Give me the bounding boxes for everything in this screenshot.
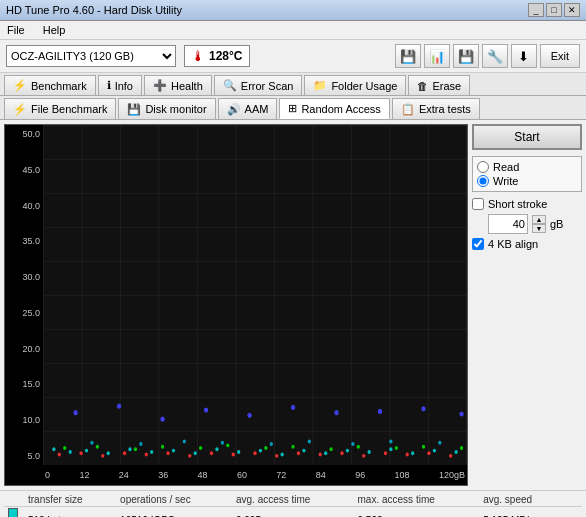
aam-icon: 🔊 — [227, 103, 241, 116]
svg-point-67 — [221, 441, 224, 445]
align-input[interactable] — [472, 238, 484, 250]
close-button[interactable]: ✕ — [564, 3, 580, 17]
read-label: Read — [493, 161, 519, 173]
exit-button[interactable]: Exit — [540, 44, 580, 68]
start-button[interactable]: Start — [472, 124, 582, 150]
drive-select[interactable]: OCZ-AGILITY3 (120 GB) — [6, 45, 176, 67]
toolbar-icon-group: 💾 📊 💾 🔧 ⬇ Exit — [395, 44, 580, 68]
svg-point-38 — [406, 453, 409, 457]
col-avg-access: avg. access time — [232, 493, 354, 507]
tab-extra-tests[interactable]: 📋 Extra tests — [392, 98, 480, 119]
tab-file-benchmark[interactable]: ⚡ File Benchmark — [4, 98, 116, 119]
svg-point-53 — [460, 446, 463, 450]
svg-point-50 — [357, 445, 360, 449]
svg-point-29 — [210, 451, 213, 455]
y-label-6: 20.0 — [5, 344, 43, 354]
erase-icon: 🗑 — [417, 80, 428, 92]
svg-point-35 — [340, 451, 343, 455]
svg-point-5 — [107, 451, 110, 455]
benchmark-icon: ⚡ — [13, 79, 27, 92]
svg-point-8 — [172, 449, 175, 453]
svg-point-57 — [204, 407, 208, 412]
svg-point-6 — [128, 447, 131, 451]
read-radio[interactable] — [477, 161, 489, 173]
chart-container: ms 50.0 45.0 40.0 35.0 30.0 25.0 20.0 15… — [4, 124, 468, 486]
file-benchmark-icon: ⚡ — [13, 103, 27, 116]
error-scan-icon: 🔍 — [223, 79, 237, 92]
tab-disk-monitor[interactable]: 💾 Disk monitor — [118, 98, 215, 119]
y-label-7: 15.0 — [5, 379, 43, 389]
x-label-8: 96 — [355, 470, 365, 480]
menu-file[interactable]: File — [4, 23, 28, 37]
radio-write[interactable]: Write — [477, 175, 577, 187]
x-label-7: 84 — [316, 470, 326, 480]
radio-read[interactable]: Read — [477, 161, 577, 173]
tab-info[interactable]: ℹ Info — [98, 75, 142, 95]
svg-point-20 — [433, 449, 436, 453]
svg-point-46 — [226, 443, 229, 447]
chart-y-axis: 50.0 45.0 40.0 35.0 30.0 25.0 20.0 15.0 … — [5, 125, 43, 465]
tabs-row2: ⚡ File Benchmark 💾 Disk monitor 🔊 AAM ⊞ … — [0, 96, 586, 120]
svg-point-70 — [351, 442, 354, 446]
row-max-0: 2.522 ms — [354, 507, 480, 518]
x-label-1: 12 — [79, 470, 89, 480]
toolbar-btn-2[interactable]: 📊 — [424, 44, 450, 68]
app-title: HD Tune Pro 4.60 - Hard Disk Utility — [6, 4, 182, 16]
svg-point-56 — [160, 417, 164, 422]
y-label-4: 30.0 — [5, 272, 43, 282]
y-label-2: 40.0 — [5, 201, 43, 211]
menu-help[interactable]: Help — [40, 23, 69, 37]
tab-folder-usage[interactable]: 📁 Folder Usage — [304, 75, 406, 95]
svg-point-34 — [319, 453, 322, 457]
row-color-0 — [8, 508, 18, 517]
table-row: 512 bytes 10516 IOPS 0.095 ms 2.522 ms 5… — [4, 507, 582, 518]
svg-point-43 — [134, 447, 137, 451]
stroke-down-button[interactable]: ▼ — [532, 224, 546, 233]
short-stroke-checkbox[interactable]: Short stroke — [472, 198, 582, 210]
short-stroke-input[interactable] — [472, 198, 484, 210]
svg-point-13 — [281, 453, 284, 457]
y-label-9: 5.0 — [5, 451, 43, 461]
col-ops: operations / sec — [116, 493, 232, 507]
toolbar-btn-1[interactable]: 💾 — [395, 44, 421, 68]
toolbar-btn-5[interactable]: ⬇ — [511, 44, 537, 68]
svg-point-10 — [215, 447, 218, 451]
svg-point-47 — [264, 446, 267, 450]
data-table: transfer size operations / sec avg. acce… — [0, 490, 586, 517]
stroke-spinners: ▲ ▼ — [532, 215, 546, 233]
stroke-up-button[interactable]: ▲ — [532, 215, 546, 224]
x-label-3: 36 — [158, 470, 168, 480]
tab-random-access[interactable]: ⊞ Random Access — [279, 98, 389, 119]
row-label-0: 512 bytes — [24, 507, 116, 518]
align-label: 4 KB align — [488, 238, 538, 250]
svg-point-37 — [384, 451, 387, 455]
svg-point-12 — [259, 449, 262, 453]
svg-point-36 — [362, 454, 365, 458]
svg-point-21 — [454, 450, 457, 454]
write-radio[interactable] — [477, 175, 489, 187]
tab-health[interactable]: ➕ Health — [144, 75, 212, 95]
temperature-value: 128°C — [209, 49, 243, 63]
stroke-value-input[interactable] — [488, 214, 528, 234]
svg-point-62 — [421, 406, 425, 411]
x-label-5: 60 — [237, 470, 247, 480]
write-label: Write — [493, 175, 518, 187]
svg-point-64 — [90, 441, 93, 445]
col-transfer-size: transfer size — [24, 493, 116, 507]
x-label-10: 120gB — [439, 470, 465, 480]
maximize-button[interactable]: □ — [546, 3, 562, 17]
tab-aam[interactable]: 🔊 AAM — [218, 98, 278, 119]
tab-erase[interactable]: 🗑 Erase — [408, 75, 470, 95]
minimize-button[interactable]: _ — [528, 3, 544, 17]
folder-icon: 📁 — [313, 79, 327, 92]
svg-point-55 — [117, 404, 121, 409]
right-panel: Start Read Write Short stroke ▲ ▼ — [472, 124, 582, 486]
svg-point-68 — [270, 442, 273, 446]
radio-group: Read Write — [472, 156, 582, 192]
toolbar-btn-4[interactable]: 🔧 — [482, 44, 508, 68]
tab-error-scan[interactable]: 🔍 Error Scan — [214, 75, 303, 95]
align-checkbox[interactable]: 4 KB align — [472, 238, 582, 250]
toolbar-btn-3[interactable]: 💾 — [453, 44, 479, 68]
y-label-3: 35.0 — [5, 236, 43, 246]
tab-benchmark[interactable]: ⚡ Benchmark — [4, 75, 96, 95]
